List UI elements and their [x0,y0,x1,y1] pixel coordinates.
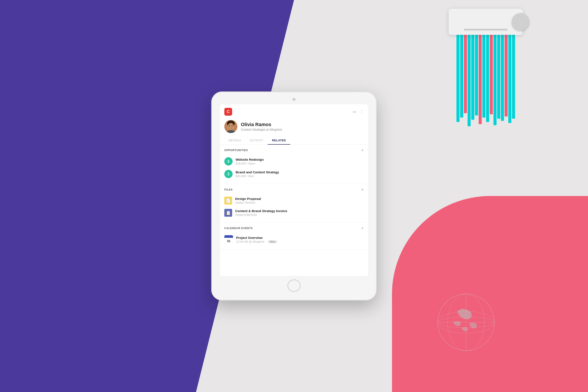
opportunities-section: OPPORTUNITIES + $ Website Redesign $18,0… [220,144,368,184]
event-name-1: Project Overview [236,236,277,240]
opportunity-item-2[interactable]: $ Brand and Content Strategy $25,000 / W… [224,168,364,180]
cal-icon-day: 31 [224,238,233,244]
event-time: 12:30 AM @ Slingshot [236,240,264,243]
shredder-strip-3 [468,35,470,126]
shredder-strip-8 [486,35,489,122]
file-sub-1: Added 7/6/2018 [235,201,261,204]
files-header: FILES + [224,188,364,192]
file-item-1[interactable]: 📄 Design Proposal Added 7/6/2018 [224,194,364,207]
tablet: C ▭ ⋮ [211,92,377,300]
avatar [224,120,238,133]
shredder-strip-5 [475,35,478,116]
files-section: FILES + 📄 Design Proposal Added 7/6/2018… [220,184,368,222]
profile-info: Olivia Ramos Content Strategist at Sling… [241,122,282,131]
svg-point-9 [229,126,230,126]
tabs: DETAILS ACTIVITY RELATED [220,136,368,144]
shredder-strip-1 [460,35,463,118]
file-item-2[interactable]: 📋 Content & Brand Strategy Invoice Added… [224,207,364,219]
shredder-strip-9 [490,35,493,114]
shredder-strip-4 [471,35,474,120]
shredder-strip-7 [482,35,486,118]
profile-section: Olivia Ramos Content Strategist at Sling… [220,116,368,136]
header-actions: ▭ ⋮ [352,109,364,114]
more-icon[interactable]: ⋮ [360,109,364,114]
event-badge: Office [268,240,278,244]
opportunities-title: OPPORTUNITIES [224,149,248,152]
opportunity-name-2: Brand and Content Strategy [236,170,279,174]
globe-decoration [436,292,496,353]
svg-point-10 [232,126,232,126]
file-sub-2: Added 6/30/2018 [235,213,287,216]
add-opportunity-button[interactable]: + [361,148,364,152]
opportunity-info-2: Brand and Content Strategy $25,000 / Won [236,170,279,178]
shredder-strip-2 [464,35,467,113]
profile-title: Content Strategist at Slingshot [241,128,282,131]
add-event-button[interactable]: + [361,226,364,230]
shredder-decoration [444,9,527,126]
file-info-2: Content & Brand Strategy Invoice Added 6… [235,209,287,216]
calendar-header: CALENDAR EVENTS + [224,226,364,230]
app-logo: C [224,108,232,116]
calendar-icon-1: 31 [224,235,233,244]
svg-point-8 [228,123,234,130]
event-detail-1: 12:30 AM @ Slingshot Office [236,240,277,244]
shredder-strip-0 [456,35,460,122]
shredder-strip-15 [512,35,515,119]
shredder-strip-6 [479,35,482,124]
opportunity-name-1: Website Redesign [236,158,264,161]
app-header: C ▭ ⋮ [220,104,368,116]
opportunity-icon-2: $ [224,170,232,178]
tab-activity[interactable]: ACTIVITY [246,136,268,144]
calendar-section: CALENDAR EVENTS + 31 Project Overview 12… [220,222,368,250]
content-area: OPPORTUNITIES + $ Website Redesign $18,0… [220,144,368,276]
cal-icon-top [224,235,233,238]
tab-details[interactable]: DETAILS [224,136,246,144]
tablet-screen: C ▭ ⋮ [220,104,368,276]
profile-name: Olivia Ramos [241,122,282,128]
file-icon-invoice: 📋 [224,209,232,217]
file-name-2: Content & Brand Strategy Invoice [235,209,287,213]
shredder-strip-10 [494,35,496,125]
opportunity-sub-1: $18,000 / Open [236,162,264,165]
tablet-home-button[interactable] [288,280,300,292]
shredder-strip-14 [508,35,511,123]
tablet-camera [292,98,296,101]
shredder-strip-12 [501,35,504,121]
file-name-1: Design Proposal [235,197,261,200]
file-icon-design: 📄 [224,197,232,204]
calendar-title: CALENDAR EVENTS [224,227,253,230]
calendar-item-1[interactable]: 31 Project Overview 12:30 AM @ Slingshot… [224,233,364,246]
shredder-strip-11 [497,35,500,119]
opportunities-header: OPPORTUNITIES + [224,148,364,152]
opportunity-item-1[interactable]: $ Website Redesign $18,000 / Open [224,155,364,168]
tab-related[interactable]: RELATED [268,136,290,144]
shredder-strip-13 [504,35,508,116]
edit-icon[interactable]: ▭ [352,109,356,114]
add-file-button[interactable]: + [361,188,364,192]
file-info-1: Design Proposal Added 7/6/2018 [235,197,261,204]
opportunity-info-1: Website Redesign $18,000 / Open [236,158,264,165]
files-title: FILES [224,188,232,191]
opportunity-icon-1: $ [224,157,232,166]
calendar-info-1: Project Overview 12:30 AM @ Slingshot Of… [236,236,277,244]
opportunity-sub-2: $25,000 / Won [236,174,279,178]
